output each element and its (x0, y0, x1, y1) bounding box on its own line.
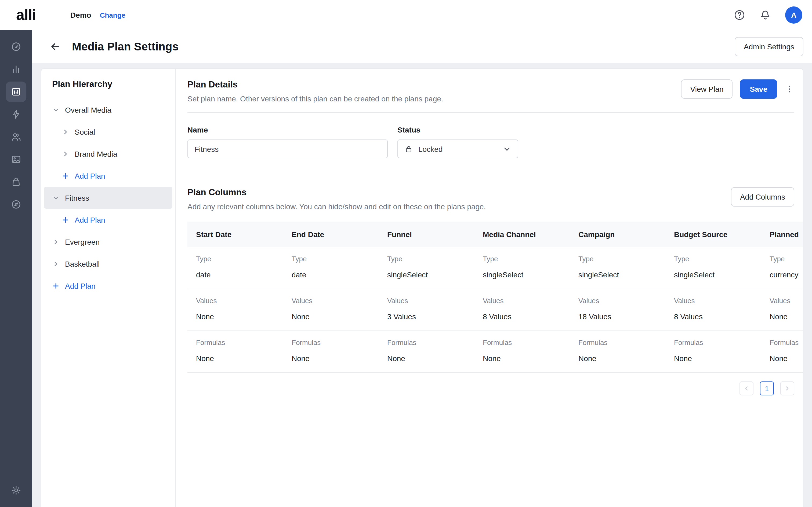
shopping-bag-icon[interactable] (6, 172, 26, 192)
cell-value: 8 Values (674, 312, 752, 321)
cell-value: None (387, 354, 466, 363)
compass-icon[interactable] (6, 194, 26, 215)
plan-details-subtitle: Set plan name. Other versions of this pl… (188, 95, 443, 103)
plan-name-input[interactable] (188, 139, 388, 158)
name-field: Name (188, 125, 388, 158)
app-viewport: alli Demo Change A (0, 0, 812, 507)
gauge-icon[interactable] (6, 37, 26, 57)
chevron-down-icon (52, 194, 60, 202)
chevron-down-icon (52, 106, 60, 113)
avatar[interactable]: A (785, 6, 802, 23)
chevron-right-icon (52, 260, 60, 268)
cell-label: Formulas (770, 339, 803, 347)
tree-item-evergreen[interactable]: Evergreen (41, 231, 175, 253)
account-switcher: Demo Change (70, 11, 125, 19)
plan-details-actions: View Plan Save (681, 79, 794, 99)
chevron-right-icon (52, 238, 60, 245)
cell-label: Values (674, 297, 752, 305)
table-cell: TypesingleSelect (665, 255, 761, 279)
alli-logo: alli (16, 6, 36, 23)
cell-label: Formulas (483, 339, 561, 347)
next-page-button[interactable] (780, 382, 794, 395)
table-cell: ValuesNone (761, 297, 803, 321)
save-button[interactable]: Save (740, 79, 777, 99)
status-value: Locked (418, 145, 443, 153)
cell-value: 3 Values (387, 312, 466, 321)
media-plan-board-icon[interactable] (6, 81, 26, 102)
tree-item-brand-media[interactable]: Brand Media (41, 143, 175, 165)
plan-columns-subtitle: Add any relevant columns below. You can … (188, 202, 486, 211)
cell-label: Type (578, 255, 657, 263)
help-icon[interactable] (733, 9, 746, 21)
plus-icon (62, 216, 69, 223)
back-arrow-icon[interactable] (49, 41, 61, 53)
tree-item-label: Overall Media (65, 105, 111, 114)
column-header-funnel: Funnel (378, 230, 474, 239)
cell-value: None (770, 312, 803, 321)
cell-value: singleSelect (387, 270, 466, 279)
gear-icon[interactable] (6, 480, 26, 501)
image-icon[interactable] (6, 149, 26, 170)
plan-hierarchy-title: Plan Hierarchy (41, 79, 175, 89)
column-header-budget-source: Budget Source (665, 230, 761, 239)
cell-label: Formulas (578, 339, 657, 347)
table-cell: Values8 Values (665, 297, 761, 321)
cell-label: Values (196, 297, 274, 305)
cell-value: singleSelect (674, 270, 752, 279)
status-field: Status Locked (397, 125, 518, 158)
prev-page-button[interactable] (740, 382, 754, 395)
change-account-link[interactable]: Change (100, 11, 125, 19)
status-label: Status (397, 125, 518, 134)
cell-label: Type (292, 255, 370, 263)
tree-item-label: Social (74, 127, 95, 136)
cell-label: Values (770, 297, 803, 305)
table-cell: Values18 Values (570, 297, 665, 321)
current-page-button[interactable]: 1 (760, 382, 774, 395)
add-plan-button[interactable]: Add Plan (41, 165, 175, 187)
table-cell: Typedate (188, 255, 283, 279)
cell-value: currency (770, 270, 803, 279)
table-cell: Typedate (283, 255, 378, 279)
admin-settings-button[interactable]: Admin Settings (735, 37, 803, 56)
cell-value: None (292, 312, 370, 321)
cell-value: singleSelect (578, 270, 657, 279)
plus-icon (52, 282, 60, 289)
cell-value: 18 Values (578, 312, 657, 321)
content-area: Plan Hierarchy Overall Media Social Bran… (32, 63, 812, 507)
cell-value: None (770, 354, 803, 363)
pagination: 1 (188, 382, 794, 395)
chevron-down-icon (503, 145, 511, 153)
status-select[interactable]: Locked (397, 139, 518, 158)
cell-label: Formulas (387, 339, 466, 347)
cell-value: date (292, 270, 370, 279)
add-columns-button[interactable]: Add Columns (731, 187, 794, 207)
plan-details-form: Name Status Locked (188, 125, 803, 158)
tree-item-fitness[interactable]: Fitness (44, 187, 172, 209)
add-plan-button[interactable]: Add Plan (41, 209, 175, 231)
lightning-icon[interactable] (6, 104, 26, 124)
bell-icon[interactable] (759, 9, 771, 21)
cell-label: Values (387, 297, 466, 305)
tree-item-social[interactable]: Social (41, 121, 175, 143)
bar-chart-icon[interactable] (6, 59, 26, 79)
users-icon[interactable] (6, 127, 26, 147)
add-plan-label: Add Plan (74, 171, 105, 180)
tree-item-label: Evergreen (65, 237, 100, 246)
view-plan-button[interactable]: View Plan (681, 79, 733, 99)
cell-label: Type (770, 255, 803, 263)
tree-item-basketball[interactable]: Basketball (41, 253, 175, 275)
account-name: Demo (70, 11, 91, 19)
settings-card: Plan Hierarchy Overall Media Social Bran… (41, 68, 803, 507)
main-area: Media Plan Settings Admin Settings Plan … (32, 30, 812, 507)
add-plan-button[interactable]: Add Plan (41, 275, 175, 297)
table-cell: FormulasNone (570, 339, 665, 363)
table-cell: Values3 Values (378, 297, 474, 321)
kebab-menu-icon[interactable] (784, 84, 794, 94)
cell-label: Values (292, 297, 370, 305)
table-row-formulas: FormulasNone FormulasNone FormulasNone F… (188, 331, 803, 373)
table-cell: Typecurrency (761, 255, 803, 279)
tree-item-overall-media[interactable]: Overall Media (41, 99, 175, 121)
table-cell: FormulasNone (378, 339, 474, 363)
cell-label: Type (483, 255, 561, 263)
cell-label: Values (483, 297, 561, 305)
